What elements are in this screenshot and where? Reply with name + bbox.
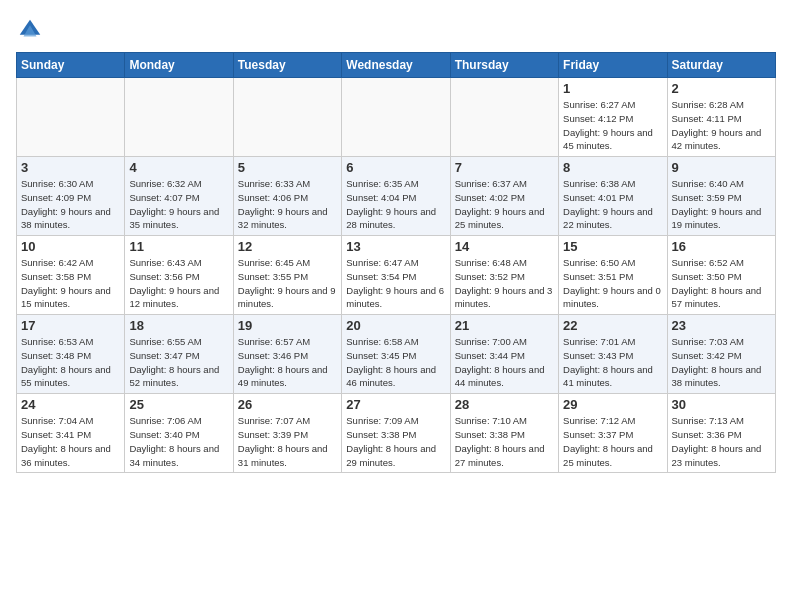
day-info: Sunrise: 7:13 AMSunset: 3:36 PMDaylight:… — [672, 414, 771, 469]
calendar-cell: 23Sunrise: 7:03 AMSunset: 3:42 PMDayligh… — [667, 315, 775, 394]
day-info: Sunrise: 7:00 AMSunset: 3:44 PMDaylight:… — [455, 335, 554, 390]
day-info: Sunrise: 6:35 AMSunset: 4:04 PMDaylight:… — [346, 177, 445, 232]
calendar-cell: 19Sunrise: 6:57 AMSunset: 3:46 PMDayligh… — [233, 315, 341, 394]
weekday-header: Sunday — [17, 53, 125, 78]
day-info: Sunrise: 6:33 AMSunset: 4:06 PMDaylight:… — [238, 177, 337, 232]
day-info: Sunrise: 6:57 AMSunset: 3:46 PMDaylight:… — [238, 335, 337, 390]
calendar-cell: 15Sunrise: 6:50 AMSunset: 3:51 PMDayligh… — [559, 236, 667, 315]
day-info: Sunrise: 6:55 AMSunset: 3:47 PMDaylight:… — [129, 335, 228, 390]
calendar-cell: 7Sunrise: 6:37 AMSunset: 4:02 PMDaylight… — [450, 157, 558, 236]
day-info: Sunrise: 7:12 AMSunset: 3:37 PMDaylight:… — [563, 414, 662, 469]
day-number: 16 — [672, 239, 771, 254]
day-number: 27 — [346, 397, 445, 412]
day-number: 28 — [455, 397, 554, 412]
calendar-cell: 29Sunrise: 7:12 AMSunset: 3:37 PMDayligh… — [559, 394, 667, 473]
day-number: 24 — [21, 397, 120, 412]
day-number: 10 — [21, 239, 120, 254]
calendar-cell — [450, 78, 558, 157]
day-info: Sunrise: 6:28 AMSunset: 4:11 PMDaylight:… — [672, 98, 771, 153]
weekday-header: Thursday — [450, 53, 558, 78]
day-number: 5 — [238, 160, 337, 175]
weekday-header: Friday — [559, 53, 667, 78]
day-number: 18 — [129, 318, 228, 333]
calendar-week-row: 24Sunrise: 7:04 AMSunset: 3:41 PMDayligh… — [17, 394, 776, 473]
calendar-week-row: 3Sunrise: 6:30 AMSunset: 4:09 PMDaylight… — [17, 157, 776, 236]
calendar-cell: 6Sunrise: 6:35 AMSunset: 4:04 PMDaylight… — [342, 157, 450, 236]
day-info: Sunrise: 7:06 AMSunset: 3:40 PMDaylight:… — [129, 414, 228, 469]
day-info: Sunrise: 6:50 AMSunset: 3:51 PMDaylight:… — [563, 256, 662, 311]
calendar-cell: 10Sunrise: 6:42 AMSunset: 3:58 PMDayligh… — [17, 236, 125, 315]
day-number: 14 — [455, 239, 554, 254]
day-number: 4 — [129, 160, 228, 175]
calendar-cell: 17Sunrise: 6:53 AMSunset: 3:48 PMDayligh… — [17, 315, 125, 394]
calendar-cell: 26Sunrise: 7:07 AMSunset: 3:39 PMDayligh… — [233, 394, 341, 473]
day-number: 29 — [563, 397, 662, 412]
calendar-cell: 22Sunrise: 7:01 AMSunset: 3:43 PMDayligh… — [559, 315, 667, 394]
day-info: Sunrise: 7:01 AMSunset: 3:43 PMDaylight:… — [563, 335, 662, 390]
day-info: Sunrise: 6:27 AMSunset: 4:12 PMDaylight:… — [563, 98, 662, 153]
calendar-cell: 9Sunrise: 6:40 AMSunset: 3:59 PMDaylight… — [667, 157, 775, 236]
day-number: 30 — [672, 397, 771, 412]
day-info: Sunrise: 7:09 AMSunset: 3:38 PMDaylight:… — [346, 414, 445, 469]
calendar-week-row: 1Sunrise: 6:27 AMSunset: 4:12 PMDaylight… — [17, 78, 776, 157]
day-number: 25 — [129, 397, 228, 412]
calendar-cell: 12Sunrise: 6:45 AMSunset: 3:55 PMDayligh… — [233, 236, 341, 315]
day-number: 1 — [563, 81, 662, 96]
day-info: Sunrise: 7:10 AMSunset: 3:38 PMDaylight:… — [455, 414, 554, 469]
calendar-table: SundayMondayTuesdayWednesdayThursdayFrid… — [16, 52, 776, 473]
weekday-header: Saturday — [667, 53, 775, 78]
day-number: 26 — [238, 397, 337, 412]
day-info: Sunrise: 6:47 AMSunset: 3:54 PMDaylight:… — [346, 256, 445, 311]
day-number: 2 — [672, 81, 771, 96]
calendar-week-row: 17Sunrise: 6:53 AMSunset: 3:48 PMDayligh… — [17, 315, 776, 394]
day-info: Sunrise: 7:03 AMSunset: 3:42 PMDaylight:… — [672, 335, 771, 390]
day-info: Sunrise: 7:04 AMSunset: 3:41 PMDaylight:… — [21, 414, 120, 469]
calendar-cell: 2Sunrise: 6:28 AMSunset: 4:11 PMDaylight… — [667, 78, 775, 157]
calendar-cell: 13Sunrise: 6:47 AMSunset: 3:54 PMDayligh… — [342, 236, 450, 315]
calendar-cell: 5Sunrise: 6:33 AMSunset: 4:06 PMDaylight… — [233, 157, 341, 236]
calendar-cell: 16Sunrise: 6:52 AMSunset: 3:50 PMDayligh… — [667, 236, 775, 315]
calendar-cell: 18Sunrise: 6:55 AMSunset: 3:47 PMDayligh… — [125, 315, 233, 394]
day-number: 3 — [21, 160, 120, 175]
day-number: 6 — [346, 160, 445, 175]
calendar-cell: 3Sunrise: 6:30 AMSunset: 4:09 PMDaylight… — [17, 157, 125, 236]
page-header — [16, 16, 776, 44]
weekday-header: Tuesday — [233, 53, 341, 78]
calendar-cell: 27Sunrise: 7:09 AMSunset: 3:38 PMDayligh… — [342, 394, 450, 473]
weekday-header: Wednesday — [342, 53, 450, 78]
day-number: 11 — [129, 239, 228, 254]
day-number: 15 — [563, 239, 662, 254]
day-info: Sunrise: 6:45 AMSunset: 3:55 PMDaylight:… — [238, 256, 337, 311]
calendar-cell: 24Sunrise: 7:04 AMSunset: 3:41 PMDayligh… — [17, 394, 125, 473]
day-info: Sunrise: 6:58 AMSunset: 3:45 PMDaylight:… — [346, 335, 445, 390]
weekday-header: Monday — [125, 53, 233, 78]
day-number: 12 — [238, 239, 337, 254]
day-info: Sunrise: 7:07 AMSunset: 3:39 PMDaylight:… — [238, 414, 337, 469]
day-number: 19 — [238, 318, 337, 333]
calendar-cell: 21Sunrise: 7:00 AMSunset: 3:44 PMDayligh… — [450, 315, 558, 394]
calendar-cell: 4Sunrise: 6:32 AMSunset: 4:07 PMDaylight… — [125, 157, 233, 236]
day-info: Sunrise: 6:40 AMSunset: 3:59 PMDaylight:… — [672, 177, 771, 232]
day-info: Sunrise: 6:30 AMSunset: 4:09 PMDaylight:… — [21, 177, 120, 232]
calendar-cell — [233, 78, 341, 157]
day-info: Sunrise: 6:48 AMSunset: 3:52 PMDaylight:… — [455, 256, 554, 311]
logo-icon — [16, 16, 44, 44]
day-info: Sunrise: 6:37 AMSunset: 4:02 PMDaylight:… — [455, 177, 554, 232]
calendar-cell — [342, 78, 450, 157]
calendar-cell: 1Sunrise: 6:27 AMSunset: 4:12 PMDaylight… — [559, 78, 667, 157]
day-number: 13 — [346, 239, 445, 254]
day-number: 21 — [455, 318, 554, 333]
calendar-cell: 11Sunrise: 6:43 AMSunset: 3:56 PMDayligh… — [125, 236, 233, 315]
day-number: 23 — [672, 318, 771, 333]
day-info: Sunrise: 6:52 AMSunset: 3:50 PMDaylight:… — [672, 256, 771, 311]
day-number: 7 — [455, 160, 554, 175]
day-number: 8 — [563, 160, 662, 175]
calendar-cell: 20Sunrise: 6:58 AMSunset: 3:45 PMDayligh… — [342, 315, 450, 394]
calendar-cell: 25Sunrise: 7:06 AMSunset: 3:40 PMDayligh… — [125, 394, 233, 473]
calendar-cell: 30Sunrise: 7:13 AMSunset: 3:36 PMDayligh… — [667, 394, 775, 473]
day-number: 17 — [21, 318, 120, 333]
day-info: Sunrise: 6:42 AMSunset: 3:58 PMDaylight:… — [21, 256, 120, 311]
day-info: Sunrise: 6:32 AMSunset: 4:07 PMDaylight:… — [129, 177, 228, 232]
calendar-header-row: SundayMondayTuesdayWednesdayThursdayFrid… — [17, 53, 776, 78]
day-info: Sunrise: 6:43 AMSunset: 3:56 PMDaylight:… — [129, 256, 228, 311]
